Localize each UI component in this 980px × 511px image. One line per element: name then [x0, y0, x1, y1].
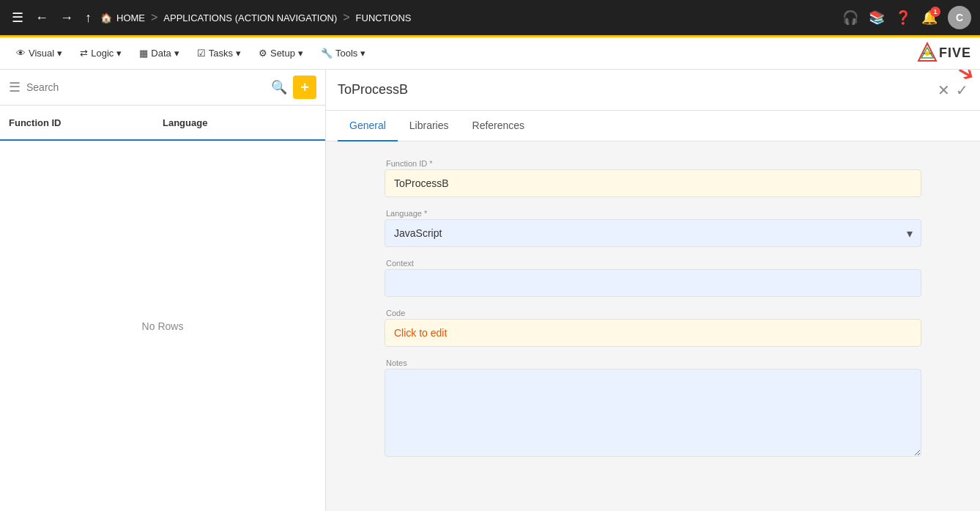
logic-icon: ⇄ — [80, 48, 88, 59]
tab-general[interactable]: General — [338, 111, 398, 141]
forward-icon[interactable]: → — [57, 7, 76, 29]
five-logo: FIVE — [916, 42, 971, 65]
search-input[interactable] — [26, 81, 265, 93]
search-bar: ☰ 🔍 + — [0, 70, 325, 106]
menu-data[interactable]: ▦ Data ▾ — [132, 43, 186, 63]
hamburger-icon[interactable]: ☰ — [9, 7, 26, 29]
language-select-wrapper: JavaScript TypeScript Python ▾ — [385, 219, 921, 247]
menu-bar: 👁 Visual ▾ ⇄ Logic ▾ ▦ Data ▾ ☑ Tasks ▾ … — [0, 37, 980, 70]
tabs: General Libraries References — [326, 111, 980, 141]
column-language: Language — [163, 117, 316, 128]
menu-setup[interactable]: ⚙ Setup ▾ — [251, 43, 311, 63]
search-icon[interactable]: 🔍 — [271, 79, 287, 95]
up-icon[interactable]: ↑ — [82, 7, 94, 29]
notes-label: Notes — [385, 359, 921, 367]
code-editor[interactable]: Click to edit — [385, 319, 921, 347]
language-select[interactable]: JavaScript TypeScript Python — [385, 219, 921, 247]
no-rows-message: No Rows — [0, 141, 325, 511]
code-field: Code Click to edit — [385, 309, 921, 347]
tasks-chevron-icon: ▾ — [236, 48, 241, 59]
breadcrumb-home[interactable]: 🏠 HOME — [100, 12, 145, 23]
menu-visual[interactable]: 👁 Visual ▾ — [9, 43, 70, 63]
home-label: HOME — [116, 12, 145, 23]
headset-icon[interactable]: 🎧 — [842, 10, 858, 26]
setup-icon: ⚙ — [259, 48, 267, 59]
menu-logic[interactable]: ⇄ Logic ▾ — [73, 43, 129, 63]
avatar[interactable]: C — [948, 6, 971, 29]
tab-references[interactable]: References — [461, 111, 537, 141]
menu-bar-left: 👁 Visual ▾ ⇄ Logic ▾ ▦ Data ▾ ☑ Tasks ▾ … — [9, 43, 373, 63]
logic-chevron-icon: ▾ — [116, 48, 122, 59]
notes-field: Notes — [385, 359, 921, 457]
menu-bar-right: FIVE — [916, 42, 971, 65]
setup-chevron-icon: ▾ — [298, 48, 303, 59]
back-icon[interactable]: ← — [32, 7, 51, 29]
svg-point-3 — [925, 51, 929, 56]
notes-textarea[interactable] — [385, 369, 921, 457]
top-navigation: ☰ ← → ↑ 🏠 HOME > APPLICATIONS (ACTION NA… — [0, 0, 980, 35]
tools-chevron-icon: ▾ — [360, 48, 365, 59]
form-actions: ✕ ✓ ➔ — [938, 81, 968, 99]
notification-count: 1 — [930, 7, 940, 17]
context-input[interactable] — [385, 269, 921, 297]
nav-left: ☰ ← → ↑ 🏠 HOME > APPLICATIONS (ACTION NA… — [9, 7, 836, 29]
table-header: Function ID Language — [0, 106, 325, 141]
tasks-icon: ☑ — [197, 48, 206, 59]
main-area: ☰ 🔍 + Function ID Language No Rows ToPro… — [0, 70, 980, 511]
form-content: Function ID * Language * JavaScript Type… — [326, 141, 980, 511]
home-icon: 🏠 — [100, 12, 112, 23]
tab-libraries[interactable]: Libraries — [398, 111, 461, 141]
form-header: ToProcessB ✕ ✓ ➔ — [326, 70, 980, 111]
breadcrumb-applications-label: APPLICATIONS (ACTION NAVIGATION) — [163, 12, 337, 23]
tools-icon: 🔧 — [321, 48, 333, 59]
menu-tasks-label: Tasks — [209, 48, 233, 59]
language-field: Language * JavaScript TypeScript Python … — [385, 209, 921, 247]
menu-tasks[interactable]: ☑ Tasks ▾ — [190, 43, 248, 63]
filter-icon[interactable]: ☰ — [9, 79, 21, 95]
menu-tools-label: Tools — [335, 48, 357, 59]
save-button[interactable]: ✓ — [956, 81, 968, 99]
context-label: Context — [385, 259, 921, 268]
context-field: Context — [385, 259, 921, 297]
function-id-field: Function ID * — [385, 159, 921, 197]
visual-chevron-icon: ▾ — [57, 48, 62, 59]
five-logo-icon — [916, 42, 939, 65]
breadcrumb-sep-1: > — [151, 11, 157, 24]
language-label: Language * — [385, 209, 921, 218]
function-id-input[interactable] — [385, 169, 921, 197]
add-button[interactable]: + — [293, 76, 316, 99]
save-button-wrapper: ✓ ➔ — [956, 81, 968, 99]
notification-bell[interactable]: 🔔 1 — [921, 10, 938, 26]
eye-icon: 👁 — [16, 48, 26, 59]
menu-data-label: Data — [151, 48, 171, 59]
help-icon[interactable]: ❓ — [895, 10, 911, 26]
column-function-id: Function ID — [9, 117, 163, 128]
menu-logic-label: Logic — [91, 48, 114, 59]
menu-visual-label: Visual — [29, 48, 54, 59]
breadcrumb-functions[interactable]: FUNCTIONS — [356, 12, 412, 23]
books-icon[interactable]: 📚 — [869, 10, 885, 26]
breadcrumb-sep-2: > — [343, 11, 349, 24]
function-id-label: Function ID * — [385, 159, 921, 168]
close-button[interactable]: ✕ — [938, 81, 950, 99]
nav-right: 🎧 📚 ❓ 🔔 1 C — [842, 6, 971, 29]
left-panel: ☰ 🔍 + Function ID Language No Rows — [0, 70, 326, 511]
five-logo-text: FIVE — [939, 45, 971, 61]
data-chevron-icon: ▾ — [174, 48, 179, 59]
menu-setup-label: Setup — [270, 48, 295, 59]
right-panel: ToProcessB ✕ ✓ ➔ General Libraries Refer… — [326, 70, 980, 511]
form-title: ToProcessB — [338, 82, 408, 98]
breadcrumb-applications[interactable]: APPLICATIONS (ACTION NAVIGATION) — [163, 12, 337, 23]
data-icon: ▦ — [139, 48, 148, 59]
code-label: Code — [385, 309, 921, 317]
menu-tools[interactable]: 🔧 Tools ▾ — [313, 43, 373, 63]
breadcrumb-functions-label: FUNCTIONS — [356, 12, 412, 23]
